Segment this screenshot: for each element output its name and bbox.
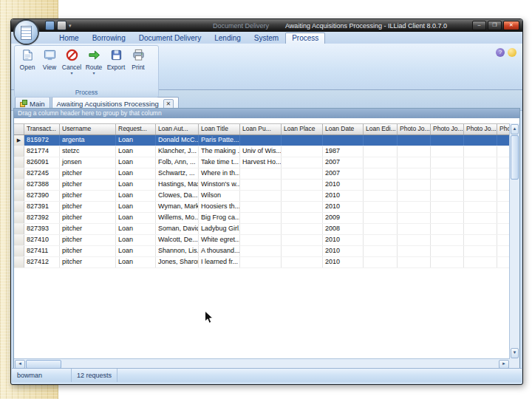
cell: Loan: [116, 146, 156, 157]
table-row[interactable]: 827410pitcherLoanWalcott, De...White egr…: [14, 235, 510, 246]
table-row[interactable]: 827412pitcherLoanJones, SharonI learned …: [14, 257, 510, 268]
row-indicator: [14, 202, 24, 212]
cell: [240, 213, 282, 223]
column-header-photo-jo[interactable]: Photo Jo...: [431, 124, 464, 134]
cell: [364, 246, 398, 256]
column-header-loan-date[interactable]: Loan Date: [323, 124, 364, 134]
cell: [398, 224, 431, 234]
column-header-photo-jo[interactable]: Photo Jo...: [497, 124, 510, 134]
table-row[interactable]: 821774stetzcLoanKlancher, J...The making…: [14, 146, 510, 157]
ribbon-button-print[interactable]: Print: [127, 47, 149, 75]
quick-access-icon-2[interactable]: [57, 21, 66, 30]
chevron-down-icon[interactable]: ▾: [69, 23, 72, 29]
table-row[interactable]: ▶815972argentaLoanDonald McC...Paris Pat…: [14, 135, 510, 146]
vertical-scroll-thumb[interactable]: [511, 135, 519, 180]
cell: pitcher: [60, 168, 116, 179]
cell: Loan: [116, 235, 156, 245]
cell: Take time t...: [199, 157, 240, 168]
main-tab-icon: [20, 100, 27, 109]
table-row[interactable]: 827391pitcherLoanWyman, MarkHoosiers th.…: [14, 202, 510, 213]
cell: pitcher: [60, 191, 116, 201]
hint-icon[interactable]: [508, 48, 516, 57]
route-icon: [88, 49, 100, 63]
ribbon-tab-lending[interactable]: Lending: [208, 33, 248, 44]
column-header-loan-pu[interactable]: Loan Pu...: [240, 124, 282, 134]
help-icon[interactable]: ?: [496, 48, 505, 57]
cell: The making ...: [199, 146, 240, 157]
horizontal-scrollbar[interactable]: ◄ ►: [14, 358, 510, 369]
ribbon-button-export[interactable]: Export: [105, 47, 127, 75]
cell: [497, 202, 510, 212]
column-header-loan-title[interactable]: Loan Title: [199, 124, 240, 134]
cell: [240, 257, 282, 267]
cell: [431, 257, 464, 267]
table-row[interactable]: 826091jonsenLoanFolb, Ann, ...Take time …: [14, 157, 510, 168]
column-header-photo-jo[interactable]: Photo Jo...: [398, 124, 431, 134]
status-filler: [117, 369, 522, 382]
cancel-icon: [66, 49, 78, 63]
cell: [282, 191, 323, 201]
ribbon-button-open[interactable]: Open: [16, 47, 38, 75]
column-header-username[interactable]: Username: [60, 124, 116, 134]
ribbon-help-area: ?: [496, 45, 519, 89]
cell: Hoosiers th...: [199, 202, 240, 212]
cell: [282, 146, 323, 157]
cell: [282, 202, 323, 212]
table-row[interactable]: 827393pitcherLoanSoman, DavidLadybug Gir…: [14, 224, 510, 235]
column-header-transact[interactable]: Transact...: [24, 124, 60, 134]
column-header-request[interactable]: Request...: [116, 124, 156, 134]
cell: jonsen: [60, 157, 116, 168]
minimize-button[interactable]: –: [472, 21, 486, 30]
group-by-bar[interactable]: Drag a column header here to group by th…: [14, 109, 519, 118]
cell: [431, 135, 464, 146]
column-header-loan-edi[interactable]: Loan Edi...: [364, 124, 398, 134]
table-row[interactable]: 827390pitcherLoanClowes, Da...Wilson2010: [14, 191, 510, 202]
quick-access-icon[interactable]: [45, 21, 55, 30]
cell: Folb, Ann, ...: [156, 157, 199, 168]
maximize-button[interactable]: ❐: [488, 21, 502, 30]
cell: pitcher: [60, 180, 116, 190]
cell: [431, 235, 464, 245]
table-row[interactable]: 827245pitcherLoanSchwartz, ...Where in t…: [14, 168, 510, 180]
cell: [464, 235, 497, 245]
cell: [431, 202, 464, 212]
column-header-loan-aut[interactable]: Loan Aut...: [156, 124, 199, 134]
ribbon-tab-borrowing[interactable]: Borrowing: [86, 33, 132, 44]
cell: [282, 235, 323, 245]
scroll-up-icon[interactable]: ▲: [511, 124, 519, 134]
ribbon-tab-system[interactable]: System: [248, 33, 285, 44]
vertical-scroll-track[interactable]: [510, 135, 519, 347]
cell: Harvest Ho...: [240, 157, 282, 168]
column-header-photo-jo[interactable]: Photo Jo...: [464, 124, 497, 134]
cell: 2007: [323, 168, 364, 179]
ribbon-tab-home[interactable]: Home: [52, 33, 86, 44]
cell: [240, 224, 282, 234]
cell: Schwartz, ...: [156, 168, 199, 179]
ribbon-tab-process[interactable]: Process: [285, 33, 325, 44]
vertical-scrollbar[interactable]: ▲ ▼: [509, 123, 519, 359]
table-row[interactable]: 827411pitcherLoanShannon, Lis...A thousa…: [14, 246, 510, 257]
cell: [497, 135, 510, 146]
ribbon-button-view[interactable]: View: [38, 47, 61, 75]
row-indicator: [14, 191, 24, 201]
cell: Wilson: [199, 191, 240, 201]
cell: 2008: [323, 224, 364, 234]
ribbon-button-cancel[interactable]: Cancel▾: [61, 47, 83, 75]
ribbon-button-route[interactable]: Route▾: [83, 47, 105, 75]
cell: Wyman, Mark: [156, 202, 199, 212]
cell: 827392: [24, 213, 60, 223]
table-row[interactable]: 827392pitcherLoanWillems, Mo...Big Frog …: [14, 213, 510, 224]
table-row[interactable]: 827388pitcherLoanHastings, MaxWinston's …: [14, 180, 510, 191]
ribbon-tab-document-delivery[interactable]: Document Delivery: [132, 33, 208, 44]
scroll-down-icon[interactable]: ▼: [511, 348, 519, 358]
cell: [431, 191, 464, 201]
cell: [431, 213, 464, 223]
window-subtitle: Document Delivery: [213, 22, 269, 30]
application-button[interactable]: [15, 21, 38, 44]
cell: [240, 202, 282, 212]
row-indicator: [14, 157, 24, 168]
close-button[interactable]: ✕: [503, 21, 519, 30]
column-header-loan-place[interactable]: Loan Place: [282, 124, 323, 134]
open-icon: [21, 49, 34, 63]
cell: pitcher: [60, 235, 116, 245]
